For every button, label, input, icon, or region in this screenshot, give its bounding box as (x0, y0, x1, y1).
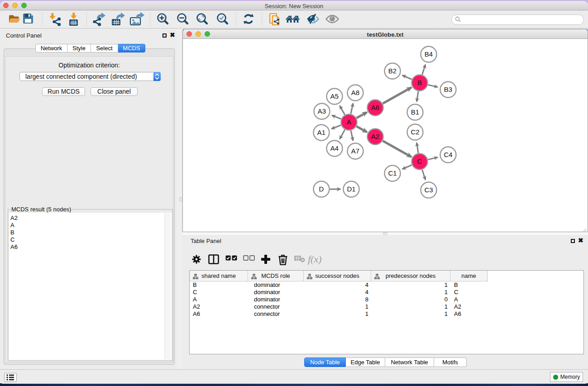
svg-text:C: C (417, 157, 422, 165)
svg-text:A6: A6 (371, 104, 379, 111)
svg-text:A2: A2 (371, 133, 379, 140)
svg-text:B1: B1 (411, 108, 419, 116)
svg-text:B3: B3 (444, 86, 452, 93)
svg-text:C4: C4 (444, 151, 452, 158)
svg-text:B2: B2 (388, 67, 397, 75)
svg-text:A: A (347, 118, 351, 126)
svg-text:D1: D1 (347, 185, 355, 193)
svg-text:B: B (417, 79, 422, 86)
svg-text:A4: A4 (330, 144, 339, 152)
svg-text:A1: A1 (317, 129, 325, 136)
svg-text:A5: A5 (330, 92, 339, 100)
svg-text:B4: B4 (425, 50, 433, 58)
svg-text:C2: C2 (411, 128, 419, 136)
svg-text:C3: C3 (424, 186, 433, 194)
svg-text:A7: A7 (351, 147, 359, 155)
svg-text:A8: A8 (351, 89, 359, 96)
svg-text:D: D (319, 185, 324, 193)
svg-text:f(x): f(x) (308, 253, 322, 265)
svg-text:C1: C1 (388, 169, 397, 177)
svg-text:A3: A3 (318, 107, 326, 115)
